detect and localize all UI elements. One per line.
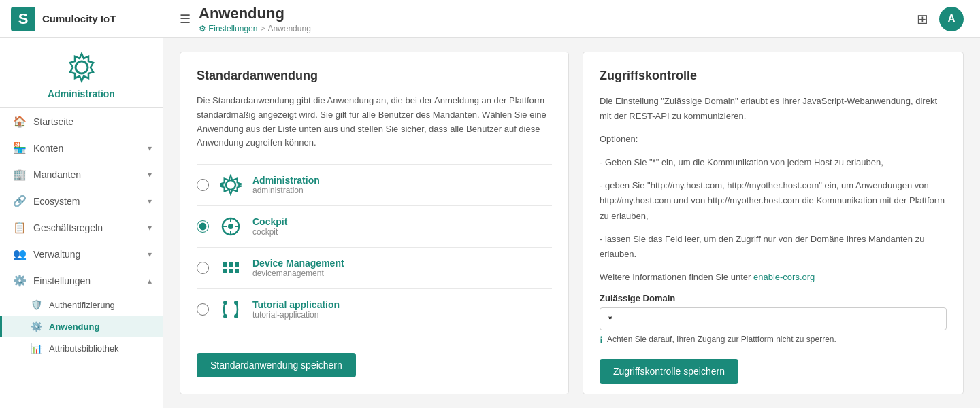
sidebar-item-ecosystem[interactable]: 🔗 Ecosystem ▾ [0,188,163,214]
cors-option-2: - geben Sie "http://my.host.com, http://… [600,178,947,223]
einstellungen-icon: ⚙️ [13,274,27,287]
topbar-right: ⊞ A [917,7,964,31]
sidebar-item-geschaeftsregeln[interactable]: 📋 Geschäftsregeln ▾ [0,214,163,241]
sidebar-item-einstellungen[interactable]: ⚙️ Einstellungen ▴ [0,267,163,294]
topbar: ☰ Anwendung ⚙ Einstellungen > Anwendung … [163,0,980,38]
save-standard-app-button[interactable]: Standardanwendung speichern [197,353,356,377]
cors-option-3: - lassen Sie das Feld leer, um den Zugri… [600,232,947,262]
konten-icon: 🏪 [13,141,27,154]
logo-letter: S [11,7,35,31]
app-option-cockpit: Cockpit cockpit [197,206,552,248]
svg-point-3 [228,224,233,229]
svg-rect-11 [223,269,227,273]
avatar[interactable]: A [939,7,964,31]
home-icon: 🏠 [13,115,27,128]
svg-point-17 [234,314,238,318]
domain-input[interactable] [600,307,947,330]
svg-rect-8 [223,262,227,267]
info-icon: ℹ [600,335,603,345]
sidebar-item-startseite[interactable]: 🏠 Startseite [0,108,163,135]
app-key-tutorial: tutorial-application [252,310,340,320]
app-radio-list: Administration administration [197,164,552,339]
sidebar-item-attributsbibliothek[interactable]: 📊 Attributsbibliothek [0,337,163,359]
sidebar-item-anwendung[interactable]: ⚙️ Anwendung [0,316,163,337]
sidebar-item-mandanten[interactable]: 🏢 Mandanten ▾ [0,161,163,188]
sidebar-item-authentifizierung[interactable]: 🛡️ Authentifizierung [0,294,163,316]
breadcrumb-settings[interactable]: ⚙ Einstellungen [199,24,257,33]
cors-more-info: Weitere Informationen finden Sie unter e… [600,270,947,285]
svg-rect-13 [235,269,239,273]
chevron-down-icon: ▾ [148,143,152,153]
cors-link[interactable]: enable-cors.org [753,272,815,282]
zulassige-domain-field-group: Zulässige Domain ℹ Achten Sie darauf, Ih… [600,293,947,345]
menu-icon[interactable]: ☰ [180,12,191,27]
app-info-tutorial: Tutorial application tutorial-applicatio… [252,299,340,320]
sidebar-admin-section: Administration [0,38,163,108]
sidebar-item-label: Startseite [33,116,152,127]
topbar-left: ☰ Anwendung ⚙ Einstellungen > Anwendung [180,5,311,33]
app-name-device-management: Device Management [252,258,344,269]
chevron-down-icon: ▾ [148,170,152,180]
app-name-cockpit: Cockpit [252,216,287,227]
app-option-tutorial: Tutorial application tutorial-applicatio… [197,289,552,330]
standard-app-title: Standardanwendung [197,69,552,83]
geschaeftsregeln-icon: 📋 [13,221,27,234]
admin-gear-icon [65,50,99,84]
settings-icon: ⚙ [199,24,206,33]
app-radio-device-management[interactable] [197,262,209,274]
domain-hint: ℹ Achten Sie darauf, Ihren Zugang zur Pl… [600,335,947,345]
app-key-administration: administration [252,186,320,195]
sidebar-subitem-label: Anwendung [49,322,99,332]
main-content: ☰ Anwendung ⚙ Einstellungen > Anwendung … [163,0,980,408]
admin-label: Administration [48,88,115,99]
sidebar-item-verwaltung[interactable]: 👥 Verwaltung ▾ [0,241,163,267]
cockpit-app-icon [218,214,243,239]
sidebar-item-label: Geschäftsregeln [33,222,148,233]
zugriffskontrolle-card: Zugriffskontrolle Die Einstellung "Zuläs… [583,52,964,394]
svg-rect-10 [235,262,239,267]
app-radio-administration[interactable] [197,179,209,191]
domain-hint-text: Achten Sie darauf, Ihren Zugang zur Plat… [607,335,836,344]
breadcrumb-separator: > [260,24,265,33]
gear-icon: ⚙️ [31,321,42,332]
sidebar-item-label: Ecosystem [33,196,148,207]
app-radio-cockpit[interactable] [197,220,209,233]
sidebar-item-konten[interactable]: 🏪 Konten ▾ [0,135,163,161]
svg-rect-12 [229,269,233,273]
cors-options-title: Optionen: [600,132,947,147]
svg-rect-9 [229,262,233,267]
svg-point-16 [223,314,227,318]
app-option-device-management: Device Management devicemanagement [197,248,552,289]
breadcrumb: ⚙ Einstellungen > Anwendung [199,24,311,33]
domain-field-label: Zulässige Domain [600,293,947,303]
app-radio-tutorial[interactable] [197,303,209,316]
topbar-title-block: Anwendung ⚙ Einstellungen > Anwendung [199,5,311,33]
sidebar-subitem-label: Authentifizierung [49,300,115,310]
app-name-administration: Administration [252,175,320,186]
app-key-device-management: devicemanagement [252,269,344,278]
app-info-cockpit: Cockpit cockpit [252,216,287,237]
standard-app-card: Standardanwendung Die Standardanwendung … [180,52,569,394]
save-cors-button[interactable]: Zugriffskontrolle speichern [600,359,738,384]
tutorial-app-icon [218,297,243,322]
chevron-down-icon: ▾ [148,250,152,259]
app-key-cockpit: cockpit [252,227,287,237]
svg-point-15 [234,301,238,305]
svg-point-0 [76,61,88,73]
chart-icon: 📊 [31,343,42,354]
grid-icon[interactable]: ⊞ [917,11,928,27]
content-area: Standardanwendung Die Standardanwendung … [163,38,980,408]
app-logo: S Cumulocity IoT [0,0,163,38]
chevron-up-icon: ▴ [148,276,152,286]
app-name-tutorial: Tutorial application [252,299,340,310]
cors-desc-1: Die Einstellung "Zulässige Domain" erlau… [600,94,947,124]
app-info-device-management: Device Management devicemanagement [252,258,344,278]
chevron-down-icon: ▾ [148,223,152,233]
sidebar-item-label: Verwaltung [33,249,148,260]
shield-icon: 🛡️ [31,299,42,310]
mandanten-icon: 🏢 [13,168,27,181]
chevron-down-icon: ▾ [148,197,152,206]
app-option-administration: Administration administration [197,164,552,206]
app-name: Cumulocity IoT [42,13,116,24]
sidebar-item-label: Einstellungen [33,275,148,286]
